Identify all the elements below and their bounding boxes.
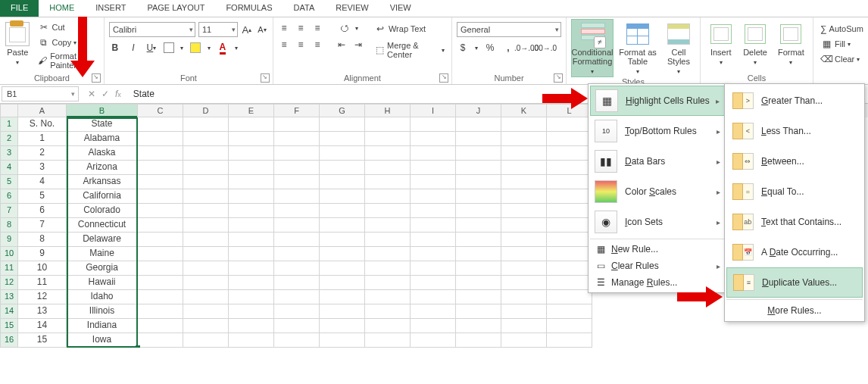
cell[interactable] (456, 276, 501, 290)
row-header[interactable]: 3 (0, 146, 18, 161)
cell[interactable] (365, 319, 411, 333)
cell[interactable] (274, 218, 320, 233)
cell[interactable] (320, 276, 365, 290)
cell[interactable] (320, 261, 365, 276)
increase-decimal-button[interactable]: .0→.00 (520, 42, 532, 54)
cell[interactable] (274, 319, 320, 333)
grow-font-button[interactable]: A▴ (241, 23, 253, 36)
decrease-decimal-button[interactable]: .00→.0 (539, 42, 551, 54)
cell[interactable] (274, 304, 320, 319)
cell[interactable]: Connecticut (67, 218, 138, 233)
cell[interactable] (411, 161, 456, 175)
cell[interactable] (138, 161, 183, 175)
row-header[interactable]: 4 (0, 161, 18, 175)
row-header[interactable]: 12 (0, 276, 18, 290)
cell[interactable] (274, 333, 320, 348)
cell[interactable] (411, 290, 456, 304)
orientation-button[interactable]: ⭯ (339, 22, 351, 34)
cell[interactable] (365, 247, 411, 261)
cell[interactable]: 11 (18, 276, 67, 290)
col-header-j[interactable]: J (456, 104, 501, 117)
tab-view[interactable]: VIEW (379, 0, 422, 17)
cell[interactable]: 7 (18, 218, 67, 233)
align-right-button[interactable]: ≡ (311, 39, 323, 51)
cell[interactable] (365, 304, 411, 319)
row-header[interactable]: 6 (0, 189, 18, 204)
cell[interactable]: Georgia (67, 261, 138, 276)
cell[interactable] (365, 261, 411, 276)
cell[interactable]: 10 (18, 261, 67, 276)
cell[interactable] (547, 146, 592, 161)
cell[interactable] (365, 290, 411, 304)
cell[interactable] (411, 218, 456, 233)
enter-formula-button[interactable]: ✓ (101, 89, 109, 99)
cell[interactable] (456, 189, 501, 204)
cell[interactable] (138, 175, 183, 189)
cell[interactable]: Idaho (67, 290, 138, 304)
cell[interactable] (411, 117, 456, 132)
cell[interactable] (501, 161, 547, 175)
name-box[interactable]: B1▾ (2, 86, 79, 101)
cell[interactable] (138, 304, 183, 319)
cell[interactable] (365, 233, 411, 247)
decrease-indent-button[interactable]: ⇤ (336, 39, 348, 51)
cell[interactable] (501, 319, 547, 333)
fill-button[interactable]: ▦Fill▾ (818, 37, 863, 51)
cell[interactable] (547, 117, 592, 132)
row-header[interactable]: 9 (0, 233, 18, 247)
hcr-greater-than[interactable]: >Greater Than... (726, 86, 863, 116)
cell[interactable] (501, 146, 547, 161)
cf-top-bottom-rules[interactable]: 10Top/Bottom Rules▸ (590, 116, 725, 146)
cell[interactable] (138, 290, 183, 304)
col-header-a[interactable]: A (18, 104, 67, 117)
align-center-button[interactable]: ≡ (295, 39, 307, 51)
cell[interactable] (501, 276, 547, 290)
percent-button[interactable]: % (484, 42, 496, 54)
row-header[interactable]: 16 (0, 333, 18, 348)
cell[interactable] (274, 161, 320, 175)
clear-button[interactable]: ⌫Clear▾ (818, 52, 863, 66)
insert-cells-button[interactable]: Insert▾ (705, 19, 736, 67)
increase-indent-button[interactable]: ⇥ (352, 39, 364, 51)
cell[interactable] (456, 233, 501, 247)
cell[interactable] (501, 175, 547, 189)
tab-file[interactable]: FILE (0, 0, 39, 17)
cell[interactable] (320, 247, 365, 261)
format-as-table-button[interactable]: Format as Table▾ (617, 19, 659, 76)
paste-button[interactable]: Paste▾ (5, 19, 31, 67)
col-header-g[interactable]: G (320, 104, 365, 117)
cf-manage-rules[interactable]: ☰Manage Rules... (590, 274, 725, 291)
cf-icon-sets[interactable]: ◉Icon Sets▸ (590, 207, 725, 237)
cell[interactable] (183, 319, 229, 333)
cell[interactable] (411, 132, 456, 146)
cell[interactable] (229, 161, 274, 175)
col-header-e[interactable]: E (229, 104, 274, 117)
col-header-i[interactable]: I (411, 104, 456, 117)
cell[interactable] (138, 117, 183, 132)
cell[interactable] (456, 319, 501, 333)
cell[interactable] (229, 218, 274, 233)
cell[interactable]: 15 (18, 333, 67, 348)
cell[interactable] (411, 233, 456, 247)
cell[interactable] (229, 146, 274, 161)
cell[interactable] (456, 132, 501, 146)
select-all-corner[interactable] (0, 104, 18, 117)
hcr-less-than[interactable]: <Less Than... (726, 116, 863, 146)
row-header[interactable]: 7 (0, 204, 18, 218)
cell[interactable] (320, 304, 365, 319)
col-header-c[interactable]: C (138, 104, 183, 117)
cell[interactable] (183, 247, 229, 261)
cell[interactable] (547, 218, 592, 233)
cell[interactable]: Alaska (67, 146, 138, 161)
cancel-formula-button[interactable]: ✕ (88, 89, 95, 99)
wrap-text-button[interactable]: ↩Wrap Text (372, 22, 447, 36)
font-size-select[interactable]: 11 (198, 22, 238, 37)
align-bottom-button[interactable]: ≡ (311, 22, 323, 34)
cf-highlight-cells-rules[interactable]: ▦Highlight Cells Rules▸ (590, 86, 725, 116)
copy-button[interactable]: ⧉Copy▾ (36, 36, 99, 49)
cell[interactable] (456, 290, 501, 304)
cell[interactable] (411, 247, 456, 261)
cell[interactable] (456, 175, 501, 189)
cell[interactable] (138, 247, 183, 261)
col-header-k[interactable]: K (501, 104, 547, 117)
